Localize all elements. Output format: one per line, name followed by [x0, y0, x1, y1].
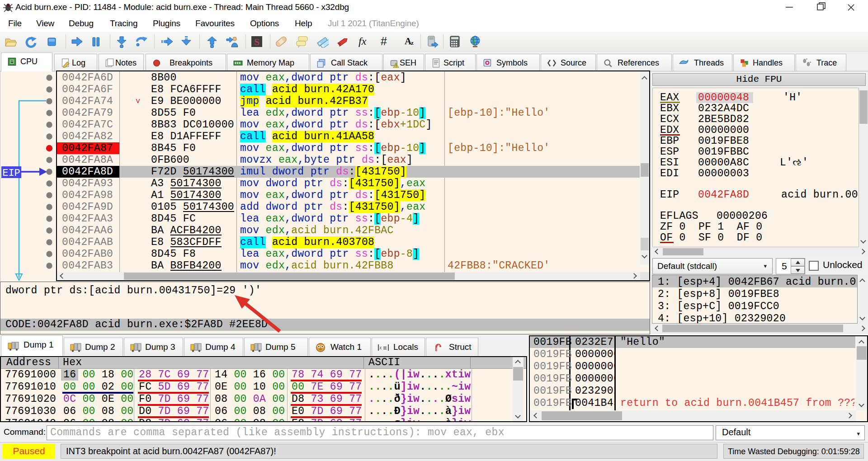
svg-text:x: x [379, 344, 382, 351]
svg-text:fx: fx [359, 35, 367, 47]
svg-text:!: ! [396, 64, 397, 68]
svg-text:S: S [254, 36, 259, 47]
svg-text:z: z [411, 39, 414, 46]
svg-text:#: # [381, 35, 387, 47]
svg-text:EIP: EIP [2, 168, 20, 179]
